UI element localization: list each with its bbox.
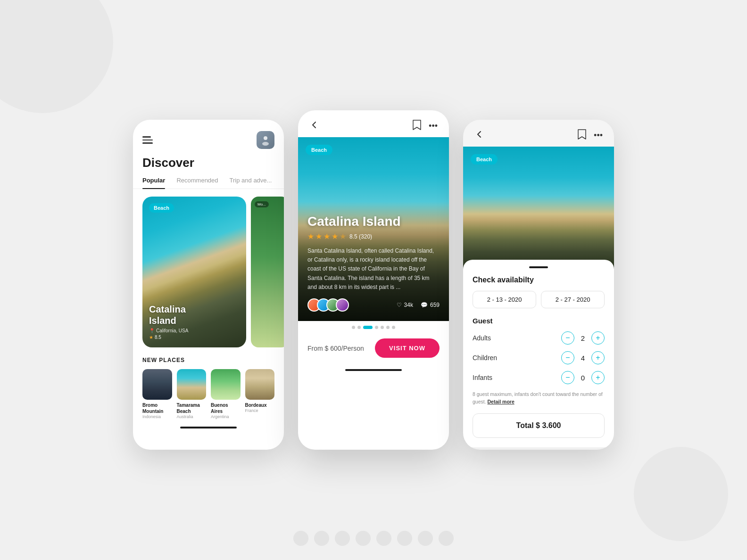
place-card-buenos[interactable]: BuenosAires Argentina bbox=[211, 369, 241, 419]
p2-home-indicator bbox=[298, 365, 449, 376]
place-card-tamarama[interactable]: TamaramaBeach Australia bbox=[177, 369, 207, 419]
forest-image bbox=[251, 197, 284, 347]
deco-circle-3 bbox=[335, 531, 350, 546]
adults-label: Adults bbox=[473, 334, 491, 342]
dot-6 bbox=[386, 326, 390, 329]
children-counter: − 4 + bbox=[561, 351, 605, 364]
deco-circle-5 bbox=[376, 531, 391, 546]
likes-stat: ♡ 34k bbox=[397, 302, 413, 308]
p3-beach-image bbox=[463, 147, 614, 269]
p3-back-button[interactable] bbox=[474, 130, 484, 141]
end-date-button[interactable]: 2 - 27 - 2020 bbox=[541, 291, 605, 308]
dot-7 bbox=[392, 326, 395, 329]
adults-decrease-button[interactable]: − bbox=[561, 331, 574, 345]
adults-increase-button[interactable]: + bbox=[591, 331, 605, 345]
adults-row: Adults − 2 + bbox=[473, 331, 605, 345]
p3-bookmark-icon[interactable] bbox=[578, 129, 586, 142]
avatar-img bbox=[257, 131, 274, 149]
phone-detail: ••• Beach Catalina Island ★ ★ ★ ★ ★ 8.5 … bbox=[298, 110, 449, 450]
likes-count: 34k bbox=[404, 302, 413, 308]
tabs-row: Popular Recommended Trip and adve... bbox=[133, 177, 284, 189]
dot-5 bbox=[381, 326, 384, 329]
place-card-bromo[interactable]: BromoMountain Indonesia bbox=[142, 369, 172, 419]
bromo-name: BromoMountain bbox=[142, 402, 172, 414]
header-actions: ••• bbox=[413, 120, 438, 132]
card-location: 📍 California, USA bbox=[149, 328, 188, 333]
children-decrease-button[interactable]: − bbox=[561, 351, 574, 364]
infants-increase-button[interactable]: + bbox=[591, 371, 605, 384]
main-card[interactable]: Beach Catalina Island 📍 California, USA … bbox=[142, 197, 246, 347]
side-badge: Mo... bbox=[255, 201, 269, 207]
p3-header: ••• bbox=[463, 120, 614, 142]
total-button[interactable]: Total $ 3.600 bbox=[473, 413, 605, 438]
dot-2 bbox=[357, 326, 361, 329]
deco-circle-6 bbox=[397, 531, 412, 546]
start-date-button[interactable]: 2 - 13 - 2020 bbox=[473, 291, 536, 308]
hero-image: Beach Catalina Island ★ ★ ★ ★ ★ 8.5 (320… bbox=[298, 137, 449, 321]
p3-hero-badge: Beach bbox=[471, 154, 498, 165]
new-places-row: BromoMountain Indonesia TamaramaBeach Au… bbox=[133, 369, 284, 419]
avatar[interactable] bbox=[257, 131, 274, 149]
bookmark-icon[interactable] bbox=[413, 120, 421, 132]
tamarama-name: TamaramaBeach bbox=[177, 402, 207, 414]
infants-decrease-button[interactable]: − bbox=[561, 371, 574, 384]
card-rating: ★ 8.5 bbox=[149, 335, 188, 340]
visit-now-button[interactable]: VISIT NOW bbox=[375, 338, 440, 358]
p2-footer: From $ 600/Person VISIT NOW bbox=[298, 332, 449, 365]
p3-header-actions: ••• bbox=[578, 129, 603, 142]
guest-title: Guest bbox=[473, 317, 605, 325]
island-title: Catalina Island bbox=[307, 214, 440, 229]
tab-popular[interactable]: Popular bbox=[142, 177, 165, 189]
dot-4 bbox=[375, 326, 378, 329]
beach-badge: Beach bbox=[149, 203, 174, 213]
description-text: Santa Catalina Island, often called Cata… bbox=[307, 247, 440, 292]
bordeaux-image bbox=[245, 369, 275, 400]
buenos-name: BuenosAires bbox=[211, 402, 241, 414]
buenos-country: Argentina bbox=[211, 414, 241, 419]
card-title: Catalina Island bbox=[149, 304, 188, 326]
cards-row: Beach Catalina Island 📍 California, USA … bbox=[133, 197, 284, 347]
deco-circle-7 bbox=[418, 531, 433, 546]
comments-stat: 💬 659 bbox=[421, 302, 440, 308]
tab-trip[interactable]: Trip and adve... bbox=[230, 177, 272, 189]
dots-indicator bbox=[298, 321, 449, 332]
bromo-country: Indonesia bbox=[142, 414, 172, 419]
bordeaux-name: Bordeaux bbox=[245, 402, 275, 408]
social-row: ♡ 34k 💬 659 bbox=[307, 298, 440, 312]
rating-text: 8.5 (320) bbox=[349, 233, 372, 240]
buenos-image bbox=[211, 369, 241, 400]
tab-recommended[interactable]: Recommended bbox=[176, 177, 218, 189]
place-card-bordeaux[interactable]: Bordeaux France bbox=[245, 369, 275, 419]
deco-circle-1 bbox=[293, 531, 308, 546]
more-options-icon[interactable]: ••• bbox=[429, 121, 438, 131]
bromo-image bbox=[142, 369, 172, 400]
avatars-group bbox=[307, 298, 349, 312]
phone-booking: ••• Beach Check availabilty 2 - 13 - 202… bbox=[463, 120, 614, 450]
avatar-4 bbox=[336, 298, 349, 312]
price-text: From $ 600/Person bbox=[307, 345, 364, 352]
p3-hero-image: Beach bbox=[463, 147, 614, 269]
hamburger-icon[interactable] bbox=[142, 136, 153, 144]
children-value: 4 bbox=[579, 354, 587, 362]
p2-header: ••• bbox=[298, 110, 449, 132]
home-indicator bbox=[133, 419, 284, 432]
hero-overlay-content: Catalina Island ★ ★ ★ ★ ★ 8.5 (320) Sant… bbox=[298, 205, 449, 321]
infants-value: 0 bbox=[579, 374, 587, 382]
side-card[interactable]: Mo... bbox=[251, 197, 284, 347]
p1-header bbox=[133, 120, 284, 154]
children-increase-button[interactable]: + bbox=[591, 351, 605, 364]
deco-circle-2 bbox=[314, 531, 329, 546]
guest-note: 8 guest maximum, infants don't count tow… bbox=[473, 391, 605, 406]
p3-more-options-icon[interactable]: ••• bbox=[594, 131, 603, 140]
dot-3-active bbox=[363, 326, 373, 329]
phones-container: Discover Popular Recommended Trip and ad… bbox=[133, 110, 614, 450]
star-1: ★ bbox=[307, 232, 314, 241]
hero-badge: Beach bbox=[306, 145, 332, 155]
back-button[interactable] bbox=[309, 120, 319, 132]
children-label: Children bbox=[473, 354, 497, 362]
detail-more-link[interactable]: Detail more bbox=[488, 399, 515, 404]
star-2: ★ bbox=[315, 232, 322, 241]
infants-label: Infants bbox=[473, 374, 492, 381]
infants-counter: − 0 + bbox=[561, 371, 605, 384]
star-4: ★ bbox=[332, 232, 338, 241]
